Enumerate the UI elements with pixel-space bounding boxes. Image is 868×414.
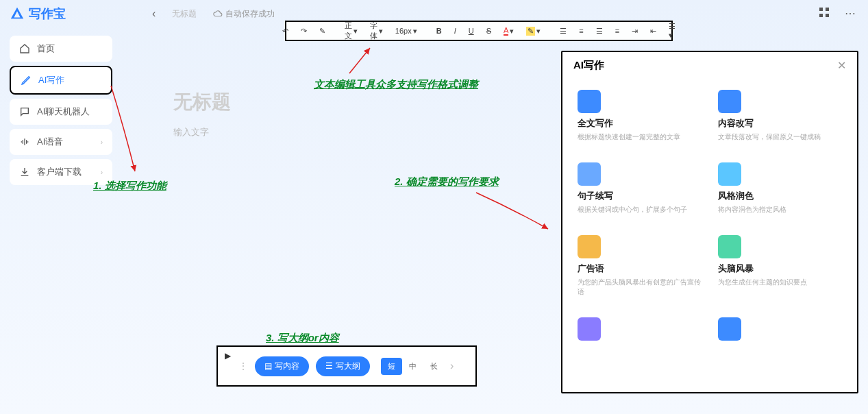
svg-rect-1 — [826, 8, 829, 11]
cloud-icon — [213, 9, 223, 19]
sidebar-item-voice[interactable]: AI语音 › — [10, 129, 112, 155]
ai-card-title: 头脑风暴 — [718, 263, 842, 275]
list-icon: ☰ — [325, 361, 333, 371]
length-short[interactable]: 短 — [381, 358, 402, 375]
arrow-toolbar — [343, 42, 384, 77]
ai-card-desc: 根据标题快速创建一篇完整的文章 — [578, 132, 702, 142]
ai-card-6[interactable] — [573, 310, 706, 350]
paragraph-style-select[interactable]: 正文 ▾ — [342, 19, 360, 42]
indent-button[interactable]: ⇥ — [629, 25, 641, 37]
sidebar-item-ai-write[interactable]: AI写作 — [10, 66, 112, 95]
list-button[interactable]: ☰ ▾ — [666, 21, 678, 41]
ai-card-icon — [578, 235, 601, 258]
ai-card-icon — [718, 235, 741, 258]
redo-button[interactable]: ↷ — [298, 25, 310, 37]
chat-icon — [19, 106, 30, 117]
bottom-toolbar: ▶ ⋮ ▤ 写内容 ☰ 写大纲 短 中 长 › — [216, 345, 477, 387]
ai-card-7[interactable] — [714, 310, 846, 350]
ai-card-desc: 文章段落改写，保留原义一键成稿 — [718, 132, 842, 142]
ai-card-title: 句子续写 — [578, 190, 702, 202]
sidebar-item-chatbot[interactable]: AI聊天机器人 — [10, 99, 112, 125]
align-justify-button[interactable]: ≡ — [612, 25, 622, 36]
format-painter-button[interactable]: ✎ — [317, 25, 328, 37]
home-icon — [19, 43, 30, 54]
ai-card-3[interactable]: 风格润色将内容润色为指定风格 — [714, 156, 846, 220]
ai-card-desc: 为您生成任何主题的知识要点 — [718, 278, 842, 287]
align-left-button[interactable]: ☰ — [557, 25, 569, 37]
sidebar-item-download[interactable]: 客户端下载 › — [10, 159, 112, 185]
more-icon[interactable]: ⋮ — [238, 361, 248, 372]
length-long[interactable]: 长 — [423, 358, 445, 375]
close-icon[interactable]: ✕ — [837, 59, 846, 72]
bold-button[interactable]: B — [434, 25, 445, 36]
play-icon[interactable]: ▶ — [225, 351, 231, 361]
font-size-select[interactable]: 16px ▾ — [393, 25, 420, 37]
ai-card-icon — [718, 90, 741, 113]
editor-area[interactable]: 无标题 输入文字 — [173, 89, 543, 138]
back-button[interactable]: ‹ — [148, 6, 160, 21]
ai-card-desc: 根据关键词或中心句，扩展多个句子 — [578, 205, 702, 215]
write-outline-button[interactable]: ☰ 写大纲 — [316, 356, 370, 376]
length-medium[interactable]: 中 — [402, 358, 423, 375]
ai-card-icon — [578, 317, 601, 341]
autosave-status: 自动保存成功 — [213, 8, 275, 20]
outdent-button[interactable]: ⇤ — [647, 25, 659, 37]
ai-card-icon — [578, 162, 601, 186]
strike-button[interactable]: S — [484, 25, 494, 36]
font-color-button[interactable]: A ▾ — [501, 25, 517, 37]
ai-card-2[interactable]: 句子续写根据关键词或中心句，扩展多个句子 — [573, 156, 706, 220]
svg-rect-3 — [826, 14, 829, 17]
sidebar-item-home[interactable]: 首页 — [10, 36, 112, 62]
ai-card-title: 广告语 — [578, 263, 702, 275]
ai-panel-title: AI写作 — [573, 59, 604, 72]
apps-icon[interactable] — [816, 4, 832, 23]
logo-icon — [10, 6, 25, 21]
breadcrumb: 无标题 — [172, 8, 197, 20]
chevron-right-icon: › — [101, 169, 103, 176]
italic-button[interactable]: I — [451, 25, 459, 36]
ai-card-title: 内容改写 — [718, 117, 842, 130]
highlight-button[interactable]: ✎ ▾ — [523, 25, 543, 37]
ai-card-icon — [718, 162, 741, 186]
write-content-button[interactable]: ▤ 写内容 — [255, 356, 309, 376]
pencil-icon — [21, 75, 32, 86]
download-icon — [19, 167, 30, 178]
ai-card-4[interactable]: 广告语为您的产品头脑风暴出有创意的广告宣传语 — [573, 228, 706, 302]
ai-card-desc: 为您的产品头脑风暴出有创意的广告宣传语 — [578, 278, 702, 297]
length-toggle: 短 中 长 › — [381, 356, 459, 376]
ai-card-title: 全文写作 — [578, 117, 702, 130]
voice-icon — [19, 136, 30, 147]
arrow-2 — [473, 189, 555, 237]
ai-card-1[interactable]: 内容改写文章段落改写，保留原义一键成稿 — [714, 83, 846, 147]
ai-write-panel: AI写作 ✕ 全文写作根据标题快速创建一篇完整的文章内容改写文章段落改写，保留原… — [561, 51, 858, 393]
app-logo: 写作宝 — [10, 5, 66, 22]
align-right-button[interactable]: ☰ — [593, 25, 606, 37]
ai-card-5[interactable]: 头脑风暴为您生成任何主题的知识要点 — [714, 228, 846, 302]
align-center-button[interactable]: ≡ — [576, 25, 586, 36]
title-input[interactable]: 无标题 — [173, 89, 543, 115]
editor-toolbar: ↶ ↷ ✎ 正文 ▾ 字体 ▾ 16px ▾ B I U S A ▾ ✎ ▾ ☰… — [285, 21, 673, 41]
app-name: 写作宝 — [29, 5, 66, 22]
ai-card-desc: 将内容润色为指定风格 — [718, 205, 842, 215]
ai-card-icon — [578, 90, 601, 113]
svg-rect-0 — [819, 8, 823, 11]
underline-button[interactable]: U — [466, 25, 477, 36]
sidebar: 首页 AI写作 AI聊天机器人 AI语音 › 客户端下载 › — [10, 36, 112, 189]
ai-card-0[interactable]: 全文写作根据标题快速创建一篇完整的文章 — [573, 83, 706, 147]
ai-card-title: 风格润色 — [718, 190, 842, 202]
chevron-right-icon: › — [101, 138, 103, 146]
svg-rect-2 — [819, 14, 823, 17]
body-input[interactable]: 输入文字 — [173, 126, 543, 138]
annotation-3: 3. 写大纲or内容 — [266, 332, 339, 345]
font-family-select[interactable]: 字体 ▾ — [367, 19, 386, 42]
ai-card-icon — [718, 317, 741, 341]
annotation-2: 2. 确定需要的写作要求 — [395, 175, 499, 188]
undo-button[interactable]: ↶ — [280, 25, 291, 37]
doc-icon: ▤ — [264, 361, 272, 371]
more-icon[interactable]: ⋯ — [842, 4, 858, 23]
chevron-right-icon[interactable]: › — [445, 356, 459, 376]
